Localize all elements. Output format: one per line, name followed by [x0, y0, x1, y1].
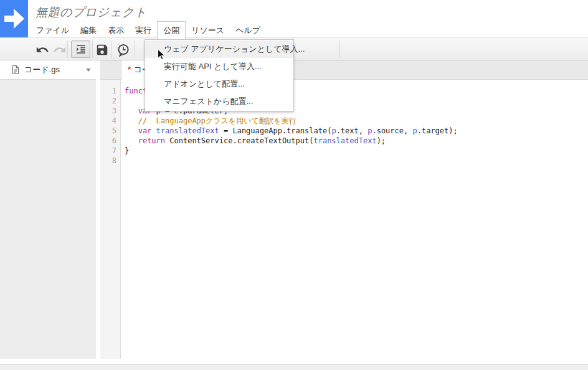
- toolbar-divider: [111, 40, 111, 58]
- code-line-8[interactable]: [125, 156, 588, 166]
- menubar-item-0[interactable]: ファイル: [31, 21, 75, 39]
- code-line-4[interactable]: // LanguageAppクラスを用いて翻訳を実行: [125, 116, 588, 126]
- chevron-down-icon[interactable]: [86, 69, 91, 72]
- line-number-gutter: 12345678: [100, 80, 121, 359]
- apps-script-logo: [0, 0, 28, 37]
- line-number: 6: [100, 136, 116, 146]
- save-icon[interactable]: [95, 43, 109, 57]
- publish-menu-item-1[interactable]: 実行可能 API として導入...: [145, 58, 293, 75]
- files-sidebar: コード.gs: [0, 60, 96, 359]
- line-number: 7: [100, 146, 116, 156]
- line-number: 4: [100, 116, 116, 126]
- file-icon: [11, 65, 20, 75]
- publish-menu-item-2[interactable]: アドオンとして配置...: [145, 75, 293, 93]
- unsaved-changes-marker: *: [128, 65, 131, 74]
- toolbar-divider: [135, 40, 135, 58]
- indent-button[interactable]: [71, 40, 90, 58]
- line-number: 2: [100, 96, 116, 106]
- project-title[interactable]: 無題のプロジェクト: [36, 4, 147, 21]
- code-line-6[interactable]: return ContentService.createTextOutput(t…: [125, 136, 588, 146]
- toolbar-divider: [67, 40, 68, 58]
- header: 無題のプロジェクト ファイル編集表示実行公開リソースヘルプ: [0, 0, 588, 37]
- redo-icon: [53, 43, 67, 57]
- undo-icon[interactable]: [36, 43, 49, 57]
- publish-menu-dropdown: ウェブ アプリケーションとして導入...実行可能 API として導入...アドオ…: [145, 39, 294, 111]
- code-area[interactable]: function doGet(e) { var p = e.parameter;…: [121, 80, 588, 359]
- apps-script-editor-window: 無題のプロジェクト ファイル編集表示実行公開リソースヘルプ: [0, 0, 588, 370]
- execution-transcript-icon[interactable]: [116, 43, 131, 59]
- toolbar-divider: [92, 40, 93, 58]
- line-number: 1: [100, 86, 116, 96]
- publish-menu-item-0[interactable]: ウェブ アプリケーションとして導入...: [145, 40, 293, 58]
- menubar: ファイル編集表示実行公開リソースヘルプ: [31, 21, 266, 39]
- indent-icon: [75, 44, 87, 55]
- code-line-7[interactable]: }: [125, 146, 588, 156]
- menubar-item-2[interactable]: 表示: [102, 21, 130, 39]
- menubar-item-6[interactable]: ヘルプ: [230, 21, 266, 39]
- file-name: コード.gs: [24, 64, 86, 75]
- status-bar: [0, 364, 588, 370]
- line-number: 3: [100, 106, 116, 116]
- toolbar-divider: [339, 40, 340, 58]
- menubar-item-4[interactable]: 公開: [157, 21, 186, 39]
- arrow-right-icon: [0, 0, 28, 37]
- publish-menu-item-3[interactable]: マニフェストから配置...: [145, 93, 293, 110]
- menubar-item-3[interactable]: 実行: [130, 21, 157, 39]
- sidebar-file-code-gs[interactable]: コード.gs: [0, 60, 96, 80]
- menubar-item-5[interactable]: リソース: [186, 21, 230, 39]
- code-line-5[interactable]: var translatedText = LanguageApp.transla…: [125, 126, 588, 136]
- menubar-item-1[interactable]: 編集: [75, 21, 102, 39]
- line-number: 8: [100, 156, 116, 166]
- line-number: 5: [100, 126, 116, 136]
